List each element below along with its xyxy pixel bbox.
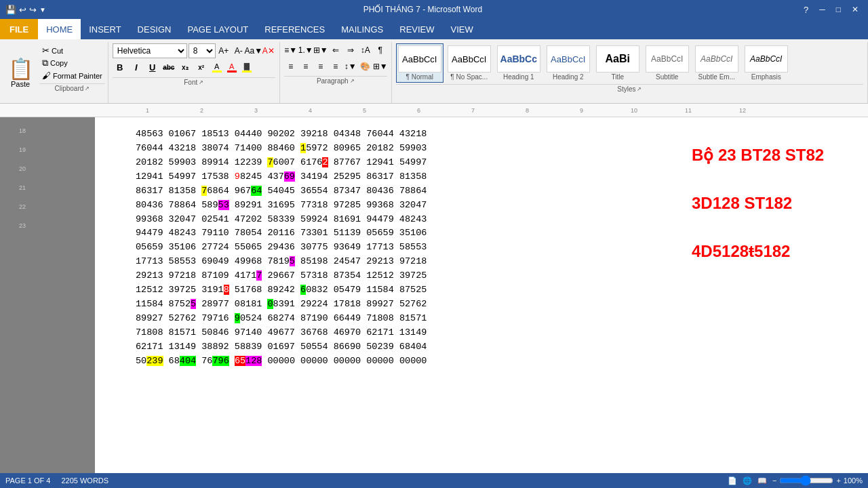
font-color-indicator <box>227 70 237 73</box>
borders-button[interactable]: ⊞▼ <box>374 60 387 73</box>
insert-menu[interactable]: INSERT <box>81 19 129 39</box>
zoom-in-icon[interactable]: + <box>836 476 840 485</box>
style-no-spacing[interactable]: AaBbCcI ¶ No Spac... <box>446 43 493 83</box>
clear-formatting-button[interactable]: A✕ <box>262 44 275 58</box>
doc-line-17: 50239 68404 76796 65128 00000 00000 0000… <box>136 354 637 369</box>
right-text-2: 3D128 ST182 <box>692 192 792 214</box>
customize-icon[interactable]: ▼ <box>39 6 46 14</box>
font-color-button[interactable]: A <box>225 61 239 74</box>
file-menu[interactable]: FILE <box>0 19 38 39</box>
font-size-select[interactable]: 8 <box>189 43 216 58</box>
align-left-button[interactable]: ≡ <box>284 60 298 73</box>
bold-button[interactable]: B <box>113 60 127 75</box>
numbering-button[interactable]: 1.▼ <box>299 43 313 57</box>
sort-button[interactable]: ↕A <box>359 43 372 57</box>
shading-button[interactable]: ▓ <box>240 61 254 74</box>
home-menu[interactable]: HOME <box>38 19 81 39</box>
style-heading1[interactable]: AaBbCc Heading 1 <box>495 43 542 83</box>
font-family-select[interactable]: Helvetica <box>113 43 187 58</box>
bullets-button[interactable]: ≡▼ <box>284 43 298 57</box>
window-title: PHỐI THÁNG 7 - Microsoft Word <box>46 5 800 14</box>
style-normal-label: ¶ Normal <box>406 73 433 81</box>
zoom-out-icon[interactable]: − <box>772 476 776 485</box>
maximize-button[interactable]: □ <box>832 5 845 14</box>
clipboard-expand-icon[interactable]: ↗ <box>85 85 90 92</box>
doc-line-15: 71808 81571 50846 97140 49677 36768 4697… <box>136 326 637 340</box>
document-page[interactable]: 48563 01067 18513 04440 90202 39218 0434… <box>95 117 678 473</box>
doc-line-16: 62171 13149 38892 58839 01697 50554 8669… <box>136 340 637 354</box>
shading-para-button[interactable]: 🎨 <box>359 60 372 73</box>
decrease-font-button[interactable]: A- <box>232 44 245 58</box>
highlight-0: 0 <box>267 299 273 309</box>
style-normal[interactable]: AaBbCcI ¶ Normal <box>396 43 443 83</box>
view-menu[interactable]: VIEW <box>443 19 481 39</box>
highlight-404: 404 <box>180 356 196 366</box>
styles-expand-icon[interactable]: ↗ <box>637 86 642 92</box>
doc-line-10: 17713 58553 69049 49968 78195 85198 2454… <box>136 255 637 269</box>
zoom-slider[interactable] <box>779 475 833 486</box>
page-layout-menu[interactable]: PAGE LAYOUT <box>179 19 256 39</box>
references-menu[interactable]: REFERENCES <box>256 19 333 39</box>
paste-label: Paste <box>11 80 30 88</box>
style-heading2[interactable]: AaBbCcI Heading 2 <box>545 43 592 83</box>
highlight-icon: A <box>214 62 219 70</box>
align-center-button[interactable]: ≡ <box>299 60 313 73</box>
change-case-button[interactable]: Aa▼ <box>247 44 260 58</box>
line-spacing-button[interactable]: ↕▼ <box>344 60 357 73</box>
zoom-control[interactable]: − + 100% <box>772 475 863 486</box>
ruler: 1 2 3 4 5 6 7 8 9 10 11 12 <box>0 104 868 117</box>
style-h2-label: Heading 2 <box>553 73 584 81</box>
text-highlight-button[interactable]: A <box>210 61 224 74</box>
mailings-menu[interactable]: MAILINGS <box>333 19 391 39</box>
increase-font-button[interactable]: A+ <box>217 44 231 58</box>
align-right-button[interactable]: ≡ <box>314 60 328 73</box>
redo-icon[interactable]: ↪ <box>29 5 37 15</box>
paste-button[interactable]: 📋 Paste <box>3 43 38 102</box>
highlight-53: 53 <box>218 200 229 210</box>
cut-button[interactable]: ✂ Cut <box>39 45 105 56</box>
strikethrough-button[interactable]: abc <box>161 60 176 75</box>
save-icon[interactable]: 💾 <box>5 5 16 15</box>
close-button[interactable]: ✕ <box>848 5 863 14</box>
highlight-color-indicator <box>212 70 222 73</box>
title-bar: 💾 ↩ ↪ ▼ PHỐI THÁNG 7 - Microsoft Word ? … <box>0 0 868 19</box>
left-margin: 18 19 20 21 22 23 <box>0 117 95 473</box>
quick-access-toolbar[interactable]: 💾 ↩ ↪ ▼ <box>5 5 46 15</box>
undo-icon[interactable]: ↩ <box>19 5 26 15</box>
menu-items: HOME INSERT DESIGN PAGE LAYOUT REFERENCE… <box>38 19 481 39</box>
style-emphasis[interactable]: AaBbCcI Emphasis <box>743 43 790 83</box>
style-title-label: Title <box>611 73 624 81</box>
superscript-button[interactable]: x² <box>194 60 209 75</box>
italic-button[interactable]: I <box>129 60 144 75</box>
font-expand-icon[interactable]: ↗ <box>199 79 203 85</box>
review-menu[interactable]: REVIEW <box>391 19 442 39</box>
paragraph-expand-icon[interactable]: ↗ <box>350 78 355 84</box>
highlight-7b: 7 <box>201 186 207 196</box>
style-subtle-em[interactable]: AaBbCcI Subtle Em... <box>693 43 741 83</box>
ribbon: 📋 Paste ✂ Cut ⧉ Copy 🖌 Format Painter Cl… <box>0 39 868 104</box>
style-subtitle[interactable]: AaBbCcI Subtitle <box>644 43 691 83</box>
underline-button[interactable]: U <box>145 60 160 75</box>
window-controls[interactable]: ? ─ □ ✕ <box>800 5 863 15</box>
justify-button[interactable]: ≡ <box>329 60 342 73</box>
decrease-indent-button[interactable]: ⇐ <box>329 43 342 57</box>
view-print-icon[interactable]: 📄 <box>728 476 737 485</box>
show-formatting-button[interactable]: ¶ <box>374 43 387 57</box>
style-subtitle-label: Subtitle <box>656 73 678 81</box>
subscript-button[interactable]: x₂ <box>178 60 193 75</box>
style-title[interactable]: AaBi Title <box>594 43 642 83</box>
format-painter-button[interactable]: 🖌 Format Painter <box>39 70 105 81</box>
doc-line-3: 20182 59903 89914 12239 76007 61762 8776… <box>136 156 637 170</box>
multilevel-button[interactable]: ⊞▼ <box>314 43 328 57</box>
highlight-7c: 7 <box>256 270 262 281</box>
highlight-128: 128 <box>245 356 262 366</box>
view-web-icon[interactable]: 🌐 <box>743 476 752 485</box>
document-area: 18 19 20 21 22 23 48563 01067 18513 0444… <box>0 117 868 473</box>
copy-button[interactable]: ⧉ Copy <box>39 57 105 69</box>
increase-indent-button[interactable]: ⇒ <box>344 43 357 57</box>
minimize-button[interactable]: ─ <box>815 5 829 14</box>
underline-label: U <box>149 62 155 73</box>
view-read-icon[interactable]: 📖 <box>757 476 767 485</box>
help-button[interactable]: ? <box>800 5 812 15</box>
design-menu[interactable]: DESIGN <box>130 19 180 39</box>
